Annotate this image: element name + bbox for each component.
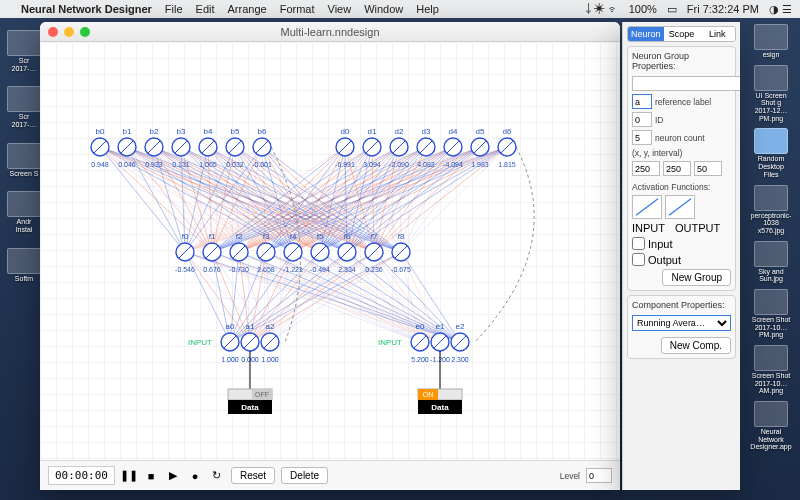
record-icon[interactable]: ● [187,468,203,484]
level-input[interactable] [586,468,612,483]
desktop-left-icons: Scr2017-…Scr2017-…Screen SAndrInstalSoft… [2,30,38,283]
file-label: AndrInstal [16,218,33,233]
af-output-box[interactable] [665,195,695,219]
svg-text:f7: f7 [371,232,378,241]
count-input[interactable] [632,130,652,145]
titlebar[interactable]: Multi-learn.nndesign [40,22,620,42]
af-input-box[interactable] [632,195,662,219]
y-input[interactable] [663,161,691,176]
svg-text:3.094: 3.094 [363,161,381,168]
menu-help[interactable]: Help [416,3,439,15]
svg-text:1.815: 1.815 [498,161,516,168]
output-checkbox[interactable]: Output [632,253,731,266]
network-diagram[interactable]: b00.948b10.046b20.933b30.131b41.065b50.0… [40,42,620,460]
input-checkbox[interactable]: Input [632,237,731,250]
desktop-icon[interactable]: esign [749,24,793,59]
new-comp-button[interactable]: New Comp. [661,337,731,354]
svg-text:-0.730: -0.730 [229,266,249,273]
neuron-group-section: Neuron Group Properties: name reference … [627,46,736,291]
user-icon[interactable]: ◑ ☰ [769,3,792,16]
svg-text:f8: f8 [398,232,405,241]
svg-text:b2: b2 [150,127,159,136]
svg-text:b6: b6 [258,127,267,136]
tab-neuron[interactable]: Neuron [628,27,664,41]
reload-icon[interactable]: ↻ [209,468,225,484]
tab-scope[interactable]: Scope [664,27,700,41]
app-name[interactable]: Neural Network Designer [21,3,152,15]
svg-text:-6.991: -6.991 [335,161,355,168]
menu-arrange[interactable]: Arrange [228,3,267,15]
svg-text:2.300: 2.300 [451,356,469,363]
id-input[interactable] [632,112,652,127]
svg-text:-1.221: -1.221 [283,266,303,273]
svg-text:4.082: 4.082 [417,161,435,168]
file-label: Screen Shot2017-10…PM.png [749,316,793,339]
menu-view[interactable]: View [328,3,352,15]
svg-text:0.032: 0.032 [226,161,244,168]
pause-icon[interactable]: ❚❚ [121,468,137,484]
svg-text:0.676: 0.676 [203,266,221,273]
svg-text:d3: d3 [422,127,431,136]
desktop-icon[interactable]: Random DesktopFiles [749,128,793,178]
tab-link[interactable]: Link [699,27,735,41]
svg-text:f1: f1 [209,232,216,241]
file-label: Softm [15,275,33,283]
menu-window[interactable]: Window [364,3,403,15]
svg-text:Data: Data [241,403,259,412]
desktop-icon[interactable]: perceptronic-1038x576.jpg [749,185,793,235]
menu-format[interactable]: Format [280,3,315,15]
count-label: neuron count [655,133,705,143]
interval-input[interactable] [694,161,722,176]
group-title: Neuron Group Properties: [632,51,731,71]
delete-button[interactable]: Delete [281,467,328,484]
file-icon [754,401,788,427]
canvas[interactable]: b00.948b10.046b20.933b30.131b41.065b50.0… [40,42,620,460]
svg-text:1.065: 1.065 [199,161,217,168]
svg-text:d5: d5 [476,127,485,136]
xyi-label: (x, y, interval) [632,148,731,158]
battery-pct: 100% [629,3,657,15]
svg-text:f0: f0 [182,232,189,241]
desktop-icon[interactable]: Sky and Sun.jpg [749,241,793,283]
desktop-icon[interactable]: Neural NetworkDesigner.app [749,401,793,451]
x-input[interactable] [632,161,660,176]
desktop-icon[interactable]: Screen Shot2017-10…PM.png [749,289,793,339]
desktop-icon[interactable]: UI Screen Shot g2017-12…PM.png [749,65,793,123]
svg-text:-2.090: -2.090 [389,161,409,168]
svg-line-42 [100,147,347,252]
file-label: Scr2017-… [12,57,37,72]
name-input[interactable] [632,76,740,91]
svg-text:d0: d0 [341,127,350,136]
file-label: Sky and Sun.jpg [749,268,793,283]
svg-text:e2: e2 [456,322,465,331]
new-group-button[interactable]: New Group [662,269,731,286]
stop-icon[interactable]: ■ [143,468,159,484]
svg-text:1.983: 1.983 [471,161,489,168]
svg-text:-0.494: -0.494 [310,266,330,273]
file-icon [754,65,788,91]
clock[interactable]: Fri 7:32:24 PM [687,3,759,15]
file-label: perceptronic-1038x576.jpg [749,212,793,235]
wifi-icon[interactable]: ⏚ ✳ ᯤ [585,3,619,15]
desktop-icon[interactable]: Screen Shot2017-10…AM.png [749,345,793,395]
ref-label: reference label [655,97,711,107]
svg-text:0.131: 0.131 [172,161,190,168]
app-window: Multi-learn.nndesign b00.948b10.046b20.9… [40,22,620,490]
ref-input[interactable] [632,94,652,109]
svg-text:f6: f6 [344,232,351,241]
file-icon [754,185,788,211]
menu-edit[interactable]: Edit [196,3,215,15]
af-title: Activation Functions: [632,182,731,192]
svg-text:1.000: 1.000 [261,356,279,363]
svg-text:e1: e1 [436,322,445,331]
component-section: Component Properties: Running Avera… New… [627,295,736,359]
menu-file[interactable]: File [165,3,183,15]
svg-text:INPUT: INPUT [378,338,402,347]
id-label: ID [655,115,664,125]
play-icon[interactable]: ▶ [165,468,181,484]
component-select[interactable]: Running Avera… [632,315,731,331]
desktop-right-icons: esignUI Screen Shot g2017-12…PM.pngRando… [746,24,796,451]
file-icon [7,191,41,217]
level-label: Level [560,471,580,481]
reset-button[interactable]: Reset [231,467,275,484]
